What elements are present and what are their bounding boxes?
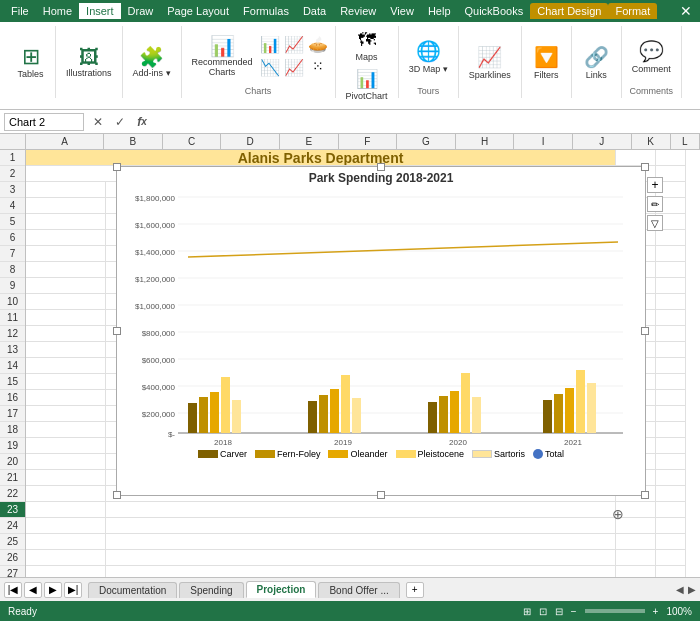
cell-14a[interactable]: [26, 358, 106, 374]
menu-pagelayout[interactable]: Page Layout: [160, 3, 236, 19]
view-page-layout-icon[interactable]: ⊡: [539, 606, 547, 617]
tab-bond-offer[interactable]: Bond Offer ...: [318, 582, 399, 598]
resize-handle-top[interactable]: [377, 163, 385, 171]
view-page-break-icon[interactable]: ⊟: [555, 606, 563, 617]
maps-button[interactable]: 🗺 Maps: [349, 28, 385, 64]
cell-1l[interactable]: [656, 150, 686, 166]
menu-review[interactable]: Review: [333, 3, 383, 19]
cell-6l[interactable]: [656, 230, 686, 246]
cell-27l[interactable]: [656, 566, 686, 577]
zoom-in-button[interactable]: +: [653, 606, 659, 617]
cell-26a[interactable]: [26, 550, 106, 566]
cell-23a[interactable]: [26, 502, 106, 518]
cell-12l[interactable]: [656, 326, 686, 342]
cell-15a[interactable]: [26, 374, 106, 390]
cell-16l[interactable]: [656, 390, 686, 406]
resize-handle-bl[interactable]: [113, 491, 121, 499]
tab-documentation[interactable]: Documentation: [88, 582, 177, 598]
addins-button[interactable]: 🧩 Add-ins ▾: [129, 45, 175, 80]
cell-7l[interactable]: [656, 246, 686, 262]
line-chart-button[interactable]: 📈: [283, 34, 305, 55]
menu-quickbooks[interactable]: QuickBooks: [458, 3, 531, 19]
menu-view[interactable]: View: [383, 3, 421, 19]
menu-format[interactable]: Format: [608, 3, 657, 19]
cell-11a[interactable]: [26, 310, 106, 326]
cell-23l[interactable]: [656, 502, 686, 518]
view-normal-icon[interactable]: ⊞: [523, 606, 531, 617]
3dmap-button[interactable]: 🌐 3D Map ▾: [405, 37, 452, 76]
cell-17l[interactable]: [656, 406, 686, 422]
cell-10l[interactable]: [656, 294, 686, 310]
cell-25b[interactable]: [106, 534, 616, 550]
cell-21a[interactable]: [26, 470, 106, 486]
cell-24a[interactable]: [26, 518, 106, 534]
scroll-left-icon[interactable]: ◀: [676, 584, 684, 595]
tables-button[interactable]: ⊞ Tables: [13, 44, 49, 81]
cell-20a[interactable]: [26, 454, 106, 470]
cell-27b[interactable]: [106, 566, 616, 577]
cell-23b[interactable]: [106, 502, 616, 518]
comment-button[interactable]: 💬 Comment: [628, 37, 675, 76]
insert-function-button[interactable]: fx: [132, 113, 152, 131]
cell-26k[interactable]: [616, 550, 656, 566]
illustrations-button[interactable]: 🖼 Illustrations: [62, 45, 116, 80]
cell-21l[interactable]: [656, 470, 686, 486]
bar-chart-button[interactable]: 📉: [259, 57, 281, 78]
links-button[interactable]: 🔗 Links: [578, 43, 614, 82]
area-chart-button[interactable]: 📈: [283, 57, 305, 78]
cell-27k[interactable]: [616, 566, 656, 577]
cell-15l[interactable]: [656, 374, 686, 390]
cell-25k[interactable]: [616, 534, 656, 550]
cell-26b[interactable]: [106, 550, 616, 566]
zoom-out-button[interactable]: −: [571, 606, 577, 617]
cell-19l[interactable]: [656, 438, 686, 454]
cell-9a[interactable]: [26, 278, 106, 294]
cell-25l[interactable]: [656, 534, 686, 550]
add-sheet-button[interactable]: +: [406, 582, 424, 598]
tab-prev-button[interactable]: ◀: [24, 582, 42, 598]
menu-chart-design[interactable]: Chart Design: [530, 3, 608, 19]
resize-handle-tr[interactable]: [641, 163, 649, 171]
pivotchart-button[interactable]: 📊 PivotChart: [342, 66, 392, 103]
cell-10a[interactable]: [26, 294, 106, 310]
cell-16a[interactable]: [26, 390, 106, 406]
cell-18a[interactable]: [26, 422, 106, 438]
close-icon[interactable]: ✕: [676, 3, 696, 19]
pie-chart-button[interactable]: 🥧: [307, 34, 329, 55]
menu-draw[interactable]: Draw: [121, 3, 161, 19]
formula-input[interactable]: [156, 113, 696, 131]
menu-data[interactable]: Data: [296, 3, 333, 19]
resize-handle-tl[interactable]: [113, 163, 121, 171]
tab-next-button[interactable]: ▶: [44, 582, 62, 598]
cell-26l[interactable]: [656, 550, 686, 566]
filters-button[interactable]: 🔽 Filters: [528, 43, 564, 82]
move-icon[interactable]: ⊕: [612, 506, 624, 522]
cell-13a[interactable]: [26, 342, 106, 358]
cell-7a[interactable]: [26, 246, 106, 262]
cell-22a[interactable]: [26, 486, 106, 502]
cancel-formula-button[interactable]: ✕: [88, 113, 108, 131]
menu-formulas[interactable]: Formulas: [236, 3, 296, 19]
cell-4a[interactable]: [26, 198, 106, 214]
chart-container[interactable]: + ✏ ▽ Park Spending 2018-2021 $1,800,000…: [116, 166, 646, 496]
cell-24l[interactable]: [656, 518, 686, 534]
cell-18l[interactable]: [656, 422, 686, 438]
resize-handle-left[interactable]: [113, 327, 121, 335]
tab-projection[interactable]: Projection: [246, 581, 317, 598]
resize-handle-right[interactable]: [641, 327, 649, 335]
chart-filter-button[interactable]: ▽: [647, 215, 663, 231]
scatter-chart-button[interactable]: ⁙: [307, 57, 329, 78]
name-box[interactable]: Chart 2: [4, 113, 84, 131]
confirm-formula-button[interactable]: ✓: [110, 113, 130, 131]
cell-24b[interactable]: [106, 518, 616, 534]
add-chart-element-button[interactable]: +: [647, 177, 663, 193]
cell-19a[interactable]: [26, 438, 106, 454]
recommended-charts-button[interactable]: 📊 RecommendedCharts: [188, 34, 257, 79]
tab-last-button[interactable]: ▶|: [64, 582, 82, 598]
cell-13l[interactable]: [656, 342, 686, 358]
zoom-slider[interactable]: [585, 609, 645, 613]
cell-25a[interactable]: [26, 534, 106, 550]
cell-3a[interactable]: [26, 182, 106, 198]
tab-spending[interactable]: Spending: [179, 582, 243, 598]
menu-insert[interactable]: Insert: [79, 3, 121, 19]
